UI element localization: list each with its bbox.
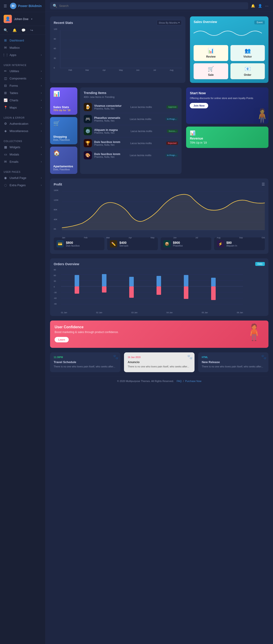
user-profile-icon[interactable]: 👤 xyxy=(258,4,262,8)
item-location-5: Lacus lacinia mollis xyxy=(130,154,163,156)
sidebar-item-apps[interactable]: ⋮⋮ Apps › xyxy=(0,51,45,58)
charts-icon: 📈 xyxy=(4,98,7,102)
dashboard-icon: ⊞ xyxy=(4,38,7,42)
stat-amount-400: $400 xyxy=(119,241,128,244)
new-release-card: 🐾 HTML New Release There is no one who l… xyxy=(198,352,269,372)
profit-menu-icon[interactable]: ☰ xyxy=(262,182,265,186)
item-thumb-4: 🏆 xyxy=(84,139,92,147)
sidebar-logout-icon[interactable]: ↪ xyxy=(30,28,33,32)
order-icon: 📧 xyxy=(245,66,251,72)
apartamentos-subtitle: Duis, Faucibus xyxy=(53,168,74,171)
sale-label: Sale xyxy=(208,73,214,76)
search-box[interactable]: 🔍 xyxy=(50,2,248,9)
sidebar-item-dashboard[interactable]: ⊞ Dashboard xyxy=(0,37,45,44)
hamburger-icon[interactable]: ☰ xyxy=(4,4,7,8)
trending-item-2: 🎮 Phasellus venenatis Pharetra, Nulla, N… xyxy=(84,113,178,125)
footer-purchase-link[interactable]: Purchase Now xyxy=(185,380,202,382)
item-status-1: Approve xyxy=(167,106,178,108)
modals-icon: ▭ xyxy=(4,152,7,156)
orders-chart: 90 60 30 0 -30 -60 -90 xyxy=(54,268,265,310)
item-status-3: Succe... xyxy=(167,130,178,133)
item-status-2: In Progr... xyxy=(165,118,178,121)
notification-icon[interactable]: 🔔 xyxy=(251,4,255,8)
x-label-mar: Mar xyxy=(80,68,95,71)
trending-count: 400+ new Items in Trending xyxy=(84,96,178,98)
nav-label-pages: USER PAGES xyxy=(0,169,45,174)
item-info-5: Duis faucibus lorem Pharetra, Nulla, Nec xyxy=(94,152,127,158)
sidebar-item-tables[interactable]: ⊞ Tables › xyxy=(0,89,45,96)
item-status-4: Rejected xyxy=(166,142,178,145)
sidebar-item-usefull[interactable]: ◉ Usefull Page › xyxy=(0,174,45,182)
sidebar-item-modals[interactable]: ▭ Modals › xyxy=(0,151,45,158)
user-confidence-title: User Confidence xyxy=(55,325,264,329)
footer-faq-link[interactable]: FAQ xyxy=(177,380,182,382)
sidebar-item-maps[interactable]: 📍 Maps › xyxy=(0,104,45,111)
sidebar-quick-icons: 🔍 🔔 💬 ↪ xyxy=(0,26,45,35)
sales-stats-title: Sales Stats xyxy=(53,106,74,109)
paw-icon-3: 🐾 xyxy=(261,354,267,360)
sidebar-chat-icon[interactable]: 💬 xyxy=(21,28,26,32)
x-label-may: May xyxy=(113,68,128,71)
sidebar-item-extra[interactable]: ◌ Extra Pages › xyxy=(0,182,45,189)
more-options-icon[interactable]: ⋯ xyxy=(265,4,269,8)
sidebar-search-icon[interactable]: 🔍 xyxy=(4,28,8,32)
sales-stats-icon: 📊 xyxy=(53,90,74,97)
promo-figure: 🧍 xyxy=(254,108,269,124)
profit-chart-area: Jan Feb Mar Apr May Jun Jul Aug Sep Oct xyxy=(62,189,265,235)
profit-card: Profit ☰ 160K 120K 80K 40K 0K xyxy=(50,178,269,254)
orders-svg xyxy=(61,268,243,310)
item-thumb-1: 🍺 xyxy=(84,103,92,111)
sales-tile-order: 📧 Order xyxy=(231,63,265,79)
tables-icon: ⊞ xyxy=(4,91,7,95)
stat-amount-900: $900 xyxy=(173,241,183,244)
topbar: 🔍 🔔 👤 ⋯ xyxy=(45,0,273,12)
misc-icon: ◈ xyxy=(4,129,7,133)
sidebar-item-mailbox[interactable]: ✉ Mailbox xyxy=(0,44,45,51)
anuncio-card: 🐾 16 Jan 2019 Anuncio There is no one wh… xyxy=(124,352,194,372)
sidebar: ☰ BI Power BIAdmin 👤 Johen Doe ▾ 🔍 🔔 💬 ↪… xyxy=(0,0,45,644)
components-icon: ◫ xyxy=(4,76,7,80)
orders-chart-area: 01 Jan 02 Jan 03 Jan 04 Jan 05 Jan 06 Ja… xyxy=(61,268,243,310)
sidebar-item-components[interactable]: ◫ Components › xyxy=(0,75,45,82)
sidebar-item-miscellaneous[interactable]: ◈ Miscellaneous › xyxy=(0,127,45,134)
item-location-1: Lacus lacinia mollis xyxy=(130,106,164,108)
show-by-months-dropdown[interactable]: Show By Months ▾ xyxy=(157,20,182,25)
new-release-badge: HTML xyxy=(202,356,265,358)
y-axis-labels: 120 90 60 30 0 xyxy=(54,28,57,69)
anuncio-title: Anuncio xyxy=(128,360,191,364)
sidebar-item-widgets[interactable]: ▦ Widgets › xyxy=(0,144,45,151)
profit-svg xyxy=(62,189,265,235)
stat-label-80: Aliquam In xyxy=(226,244,237,247)
sales-overview-title: Sales Overview xyxy=(194,20,217,24)
sidebar-item-charts[interactable]: 📈 Charts › xyxy=(0,96,45,104)
sidebar-logo: BI xyxy=(10,3,16,9)
sidebar-item-utilities[interactable]: ✏ Utilities › xyxy=(0,68,45,75)
join-now-button[interactable]: Join Now xyxy=(190,103,208,108)
travel-schedule-card: 🐾 11:30PM Travel Schedule There is no on… xyxy=(50,352,120,372)
user-confidence-text: Boost marketing & sales through product … xyxy=(55,330,264,334)
orders-y-labels: 90 60 30 0 -30 -60 -90 xyxy=(54,268,57,305)
nav-main: ⊞ Dashboard ✉ Mailbox ⋮⋮ Apps › xyxy=(0,35,45,60)
learn-button[interactable]: Learn xyxy=(55,337,69,342)
svg-rect-18 xyxy=(157,276,161,286)
search-input[interactable] xyxy=(59,4,246,8)
sale-icon: 🛒 xyxy=(208,66,214,72)
svg-rect-19 xyxy=(157,286,161,295)
emails-icon: ✉ xyxy=(4,160,7,164)
sidebar-bell-icon[interactable]: 🔔 xyxy=(12,28,17,32)
stat-icon-900: 📦 xyxy=(163,240,171,248)
item-location-3: Lacus lacinia mollis xyxy=(131,130,165,132)
sidebar-item-emails[interactable]: ✉ Emails › xyxy=(0,158,45,165)
svg-rect-20 xyxy=(184,275,188,286)
paw-icon-1: 🐾 xyxy=(113,354,119,360)
svg-rect-15 xyxy=(102,286,106,292)
usefull-icon: ◉ xyxy=(4,176,7,180)
shopping-icon: 🛒 xyxy=(53,120,74,126)
sales-overview-card: Sales Overview Event 📊 Review 👥 Visitor xyxy=(190,16,269,83)
anuncio-text: There is no one who loves pain Itself, w… xyxy=(128,365,191,368)
travel-time-badge: 11:30PM xyxy=(54,356,117,358)
stat-amount-80: $80 xyxy=(226,241,237,244)
sidebar-item-authentication[interactable]: ⚙ Authentication › xyxy=(0,120,45,127)
sidebar-item-forms[interactable]: ⊟ Forms › xyxy=(0,82,45,89)
nav-login: LOGIN & ERROR ⚙ Authentication › ◈ Misce… xyxy=(0,113,45,136)
